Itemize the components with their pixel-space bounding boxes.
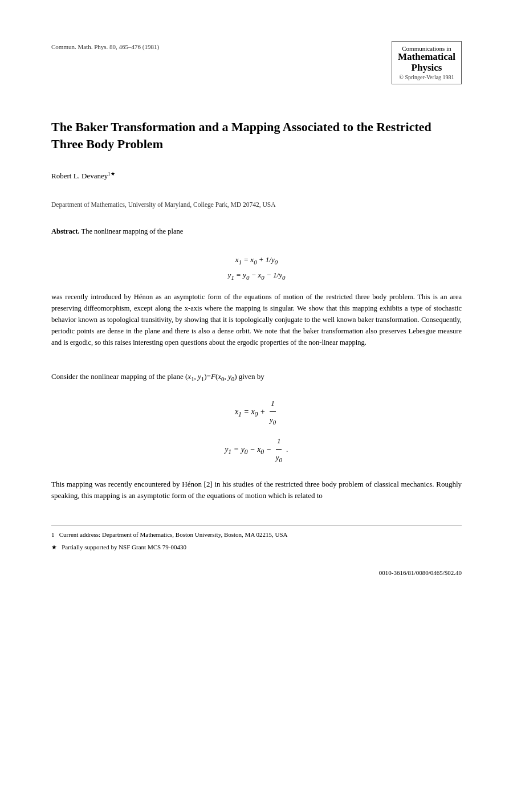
main-equations: x1 = x0 + 1 y0 y1 = y0 − x0 − 1 y0 . [51, 395, 462, 467]
eq2-frac1-numerator: 1 [270, 395, 276, 413]
eq2-fraction2: 1 y0 [275, 433, 283, 467]
intro-opening: Consider the nonlinear mapping of the pl… [51, 371, 462, 384]
header-row: Commun. Math. Phys. 80, 465–476 (1981) C… [51, 41, 462, 84]
intro-body: This mapping was recently encountered by… [51, 479, 462, 503]
eq2-line1: x1 = x0 + 1 y0 [51, 395, 462, 430]
eq2-frac1-denominator: y0 [268, 412, 277, 429]
eq2-line2: y1 = y0 − x0 − 1 y0 . [51, 433, 462, 467]
page-number: 0010-3616/81/0080/0465/$02.40 [51, 569, 462, 576]
footnote-star: ★ Partially supported by NSF Grant MCS 7… [51, 542, 462, 553]
eq2-fraction1: 1 y0 [268, 395, 277, 430]
abstract-eq1-line1: x1 = x0 + 1/y0 [51, 253, 462, 268]
journal-box: Communications in Mathematical Physics ©… [392, 41, 462, 84]
author-name-text: Robert L. Devaney [51, 172, 108, 180]
eq2-frac2-numerator: 1 [276, 433, 282, 450]
journal-title-main: Mathematical [398, 52, 455, 63]
author-superscript: 1★ [108, 171, 115, 177]
journal-publisher: © Springer-Verlag 1981 [398, 74, 455, 80]
intro-opening-text: Consider the nonlinear mapping of the pl… [51, 372, 264, 381]
abstract-eq1-line2: y1 = y0 − x0 − 1/y0 [51, 268, 462, 283]
footnote-section: 1 Current address: Department of Mathema… [51, 525, 462, 552]
page: Commun. Math. Phys. 80, 465–476 (1981) C… [0, 0, 513, 812]
footnote-1-marker: 1 [51, 531, 58, 538]
footnote-star-text: Partially supported by NSF Grant MCS 79-… [62, 544, 186, 550]
abstract-eq1: x1 = x0 + 1/y0 y1 = y0 − x0 − 1/y0 [51, 253, 462, 283]
journal-title-sub: Physics [398, 63, 455, 74]
abstract-label: Abstract. [51, 227, 80, 235]
abstract-opening: The nonlinear mapping of the plane [80, 227, 184, 235]
journal-citation: Commun. Math. Phys. 80, 465–476 (1981) [51, 41, 159, 50]
eq2-frac2-denominator: y0 [275, 450, 283, 467]
paper-title: The Baker Transformation and a Mapping A… [51, 119, 462, 152]
author-name: Robert L. Devaney1★ [51, 171, 462, 181]
footnote-1-text: Current address: Department of Mathemati… [59, 531, 288, 538]
footnote-star-marker: ★ [51, 544, 60, 550]
affiliation: Department of Mathematics, University of… [51, 201, 462, 208]
abstract-section: Abstract. The nonlinear mapping of the p… [51, 226, 462, 237]
footnote-1: 1 Current address: Department of Mathema… [51, 530, 462, 540]
abstract-body: was recently introduced by Hénon as an a… [51, 291, 462, 348]
